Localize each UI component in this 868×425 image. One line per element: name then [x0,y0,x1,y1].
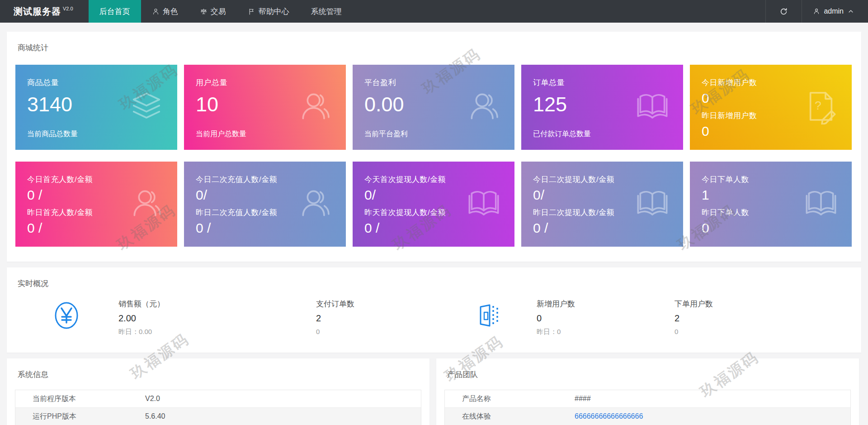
card-value2: 0 / [196,221,334,235]
navbar-right: admin [765,0,868,23]
card-value2: 0 [702,221,840,235]
panel-title: 实时概况 [7,267,861,289]
refresh-icon [779,7,788,16]
page-content: 玖福源码 玖福源码 玖福源码 玖福源码 玖福源码 玖福源码 玖福源码 玖福源码 … [0,23,868,425]
row-label: 运行PHP版本 [15,412,145,421]
layers-icon [128,88,165,126]
doc-question-icon: ? [803,88,839,126]
card-label: 订单总量 [533,77,671,88]
top-navbar: 测试服务器 V2.0 后台首页 角色 交易 帮助中心 系统管理 admin [0,0,868,23]
card-label: 今日下单人数 [702,174,840,185]
card-sublabel: 已付款订单总数量 [533,129,591,139]
card-label: 今日新增用户数 [702,77,840,88]
brand: 测试服务器 V2.0 [0,0,89,23]
table-row: 产品名称 #### [445,390,850,408]
open-book-icon [634,88,670,126]
nav-item-label: 交易 [211,6,226,17]
stat-card-total-users: 用户总量 10 当前用户总数量 [184,65,346,150]
stat-card-total-products: 商品总量 3140 当前商品总数量 [15,65,177,150]
stats-row-1: 商品总量 3140 当前商品总数量 用户总量 10 当前用户总数量 平台盈利 0… [7,65,861,150]
card-value2: 0 / [27,221,165,235]
card-value2: 0 [702,124,840,138]
metric-value: 2 [675,313,801,324]
users-icon [297,185,333,223]
stat-card-new-users: 今日新增用户数 0 昨日新增用户数 0 ? [690,65,852,150]
metric-value: 2 [316,313,443,324]
online-demo-link[interactable]: 66666666666666666 [575,412,643,420]
stat-card-order-users: 今日下单人数 1 昨日下单人数 0 [690,162,852,247]
open-book-icon [466,185,502,223]
refresh-button[interactable] [765,0,802,23]
panel-title: 商城统计 [7,32,861,53]
product-team-table: 产品名称 #### 在线体验 66666666666666666 官方QQ群 4… [444,390,851,425]
metric-sub: 昨日：0 [537,328,663,336]
table-row: 在线体验 66666666666666666 [445,408,850,425]
card-label: 商品总量 [27,77,165,88]
scales-icon [200,8,208,15]
card-label: 今日二次充值人数/金额 [196,174,334,185]
brand-version: V2.0 [63,6,73,11]
door-panel-icon [478,301,500,331]
row-value: V2.0 [145,395,160,403]
nav-item-label: 角色 [163,6,178,17]
metric-value: 0 [537,313,663,324]
user-icon [152,8,160,15]
metric-paid-orders: 支付订单数 2 0 [316,299,443,335]
system-info-table: 当前程序版本 V2.0 运行PHP版本 5.6.40 ThinkPHP版本 5.… [15,390,421,425]
card-label: 平台盈利 [364,77,503,88]
panel-title: 系统信息 [7,358,429,380]
open-book-icon [803,185,839,223]
stat-card-platform-profit: 平台盈利 0.00 当前平台盈利 [353,65,514,150]
stat-card-first-recharge: 今日首充人数/金额 0 / 昨日首充人数/金额 0 / [15,162,177,247]
nav-item-label: 后台首页 [99,6,130,17]
product-team-panel: 产品团队 产品名称 #### 在线体验 66666666666666666 官方… [436,358,859,425]
metric-label: 下单用户数 [675,299,801,309]
user-icon [813,8,820,15]
metric-value: 2.00 [118,313,245,324]
users-icon [297,88,333,126]
nav-item-trade[interactable]: 交易 [189,0,237,23]
metric-sub: 昨日：0.00 [118,328,245,336]
stat-card-first-withdraw: 今天首次提现人数/金额 0/ 昨天首次提现人数/金额 0 / [353,162,514,247]
nav-item-label: 系统管理 [311,6,342,17]
row-label: 当前程序版本 [15,394,145,404]
nav-item-help-center[interactable]: 帮助中心 [237,0,300,23]
metric-order-users: 下单用户数 2 0 [675,299,801,335]
card-label: 今日二次提现人数/金额 [533,174,671,185]
nav-item-system[interactable]: 系统管理 [300,0,353,23]
brand-name: 测试服务器 [14,5,61,18]
stats-row-2: 今日首充人数/金额 0 / 昨日首充人数/金额 0 / 今日二次充值人数/金额 … [7,162,861,262]
row-label: 在线体验 [445,412,575,421]
user-menu[interactable]: admin [802,0,868,23]
card-label: 今日首充人数/金额 [27,174,165,185]
card-value2: 0 / [364,221,503,235]
users-icon [466,88,502,126]
table-row: 当前程序版本 V2.0 [15,390,421,408]
nav-item-label: 帮助中心 [259,6,289,17]
row-label: 产品名称 [445,394,575,404]
card-value2: 0 / [533,221,671,235]
card-label: 今天首次提现人数/金额 [364,174,503,185]
stat-card-second-recharge: 今日二次充值人数/金额 0/ 昨日二次充值人数/金额 0 / [184,162,346,247]
flag-icon [248,8,255,15]
svg-text:?: ? [815,99,821,112]
card-label: 用户总量 [196,77,334,88]
stat-card-total-orders: 订单总量 125 已付款订单总数量 [521,65,683,150]
metric-sub: 0 [316,328,443,335]
nav-item-home[interactable]: 后台首页 [89,0,141,23]
metric-new-users: 新增用户数 0 昨日：0 [537,299,663,336]
mall-stats-panel: 商城统计 商品总量 3140 当前商品总数量 用户总量 10 当前用户总数量 平… [7,32,861,262]
metric-label: 销售额（元） [118,299,245,309]
table-row: 运行PHP版本 5.6.40 [15,408,421,425]
realtime-panel: 实时概况 销售额（元） 2.00 昨日：0.00 支付订单数 2 0 [7,267,861,353]
chevron-up-icon [847,8,854,15]
stat-card-second-withdraw: 今日二次提现人数/金额 0/ 昨日二次提现人数/金额 0 / [521,162,683,247]
card-sublabel: 当前用户总数量 [196,129,246,139]
card-sublabel: 当前商品总数量 [27,129,78,139]
nav-item-roles[interactable]: 角色 [141,0,189,23]
metric-sales: 销售额（元） 2.00 昨日：0.00 [118,299,245,336]
row-value: #### [575,395,591,403]
metric-sub: 0 [675,328,801,335]
realtime-metrics: 销售额（元） 2.00 昨日：0.00 支付订单数 2 0 新增用户数 [7,289,861,353]
bottom-panels: 系统信息 当前程序版本 V2.0 运行PHP版本 5.6.40 ThinkPHP… [7,358,861,425]
